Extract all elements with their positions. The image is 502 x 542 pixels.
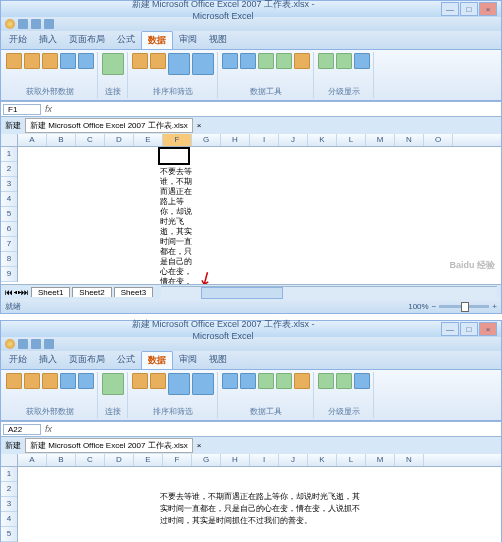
undo-icon[interactable] [31,19,41,29]
cells-area[interactable]: 不要去等谁，不期而遇正在路上等你，却说时光飞逝，其实时间一直都在，只是自己的心在… [18,147,501,282]
consolidate-icon[interactable] [276,53,292,69]
text-icon[interactable] [42,53,58,69]
text-icon[interactable] [42,373,58,389]
select-all-corner[interactable] [1,454,18,466]
text2col-icon[interactable] [222,373,238,389]
row-header[interactable]: 2 [1,162,17,177]
row-header[interactable]: 6 [1,222,17,237]
refresh-icon[interactable] [102,53,124,75]
col-header[interactable]: E [134,454,163,466]
row-header[interactable]: 4 [1,512,17,527]
tab-formula[interactable]: 公式 [111,351,141,369]
tab-insert[interactable]: 插入 [33,31,63,49]
row-header[interactable]: 9 [1,267,17,282]
spreadsheet-grid[interactable]: A B C D E F G H I J K L M N O 1 2 3 4 5 … [1,134,501,284]
sort-za-icon[interactable] [150,373,166,389]
sort-az-icon[interactable] [132,373,148,389]
name-box[interactable]: F1 [3,104,41,115]
redo-icon[interactable] [44,339,54,349]
col-header[interactable]: J [279,134,308,146]
validation-icon[interactable] [258,373,274,389]
col-header[interactable]: B [47,454,76,466]
sort-icon[interactable] [168,53,190,75]
col-header[interactable]: E [134,134,163,146]
web-icon[interactable] [24,53,40,69]
dedupe-icon[interactable] [240,373,256,389]
row-header[interactable]: 5 [1,207,17,222]
doc-tab-close-icon[interactable]: × [197,121,202,130]
minimize-button[interactable]: — [441,2,459,16]
text2col-icon[interactable] [222,53,238,69]
ungroup-icon[interactable] [336,53,352,69]
col-header[interactable]: J [279,454,308,466]
save-icon[interactable] [18,339,28,349]
tab-layout[interactable]: 页面布局 [63,351,111,369]
refresh-icon[interactable] [102,373,124,395]
col-header[interactable]: L [337,134,366,146]
close-button[interactable]: × [479,2,497,16]
col-header[interactable]: H [221,454,250,466]
row-header[interactable]: 4 [1,192,17,207]
other-source-icon[interactable] [60,53,76,69]
name-box[interactable]: A22 [3,424,41,435]
filter-icon[interactable] [192,53,214,75]
col-header[interactable]: H [221,134,250,146]
tab-home[interactable]: 开始 [3,31,33,49]
fx-icon[interactable]: fx [45,104,52,114]
tab-insert[interactable]: 插入 [33,351,63,369]
col-header[interactable]: B [47,134,76,146]
col-header[interactable]: D [105,454,134,466]
zoom-out-button[interactable]: − [432,302,437,311]
col-header[interactable]: L [337,454,366,466]
fx-icon[interactable]: fx [45,424,52,434]
zoom-slider[interactable] [439,305,489,308]
col-header[interactable]: M [366,134,395,146]
undo-icon[interactable] [31,339,41,349]
scrollbar-thumb[interactable] [201,287,283,299]
group-icon[interactable] [318,53,334,69]
close-button[interactable]: × [479,322,497,336]
office-button-icon[interactable] [5,19,15,29]
row-header[interactable]: 1 [1,147,17,162]
access-icon[interactable] [6,373,22,389]
col-header[interactable]: N [395,454,424,466]
row-header[interactable]: 5 [1,527,17,542]
group-icon[interactable] [318,373,334,389]
col-header[interactable]: A [18,134,47,146]
tab-home[interactable]: 开始 [3,351,33,369]
doc-tab-close-icon[interactable]: × [197,441,202,450]
tab-layout[interactable]: 页面布局 [63,31,111,49]
select-all-corner[interactable] [1,134,18,146]
existing-conn-icon[interactable] [78,373,94,389]
consolidate-icon[interactable] [276,373,292,389]
col-header[interactable]: I [250,134,279,146]
sheet-tab[interactable]: Sheet1 [31,287,70,297]
col-header[interactable]: O [424,134,453,146]
save-icon[interactable] [18,19,28,29]
tab-view[interactable]: 视图 [203,351,233,369]
col-header[interactable]: F [163,454,192,466]
redo-icon[interactable] [44,19,54,29]
col-header[interactable]: N [395,134,424,146]
filter-icon[interactable] [192,373,214,395]
row-header[interactable]: 8 [1,252,17,267]
web-icon[interactable] [24,373,40,389]
tab-view[interactable]: 视图 [203,31,233,49]
cells-area[interactable]: 不要去等谁，不期而遇正在路上等你，却说时光飞逝，其实时间一直都在，只是自己的心在… [18,467,501,542]
ungroup-icon[interactable] [336,373,352,389]
col-header[interactable]: A [18,454,47,466]
whatif-icon[interactable] [294,373,310,389]
col-header[interactable]: D [105,134,134,146]
col-header[interactable]: K [308,454,337,466]
col-header[interactable]: C [76,454,105,466]
tab-data[interactable]: 数据 [141,351,173,369]
horizontal-scrollbar[interactable] [161,286,497,299]
other-source-icon[interactable] [60,373,76,389]
subtotal-icon[interactable] [354,53,370,69]
sheet-tab[interactable]: Sheet3 [114,287,153,297]
validation-icon[interactable] [258,53,274,69]
sheet-nav[interactable]: ⏮◀▶⏭ [5,288,29,297]
office-button-icon[interactable] [5,339,15,349]
zoom-in-button[interactable]: + [492,302,497,311]
tab-data[interactable]: 数据 [141,31,173,49]
